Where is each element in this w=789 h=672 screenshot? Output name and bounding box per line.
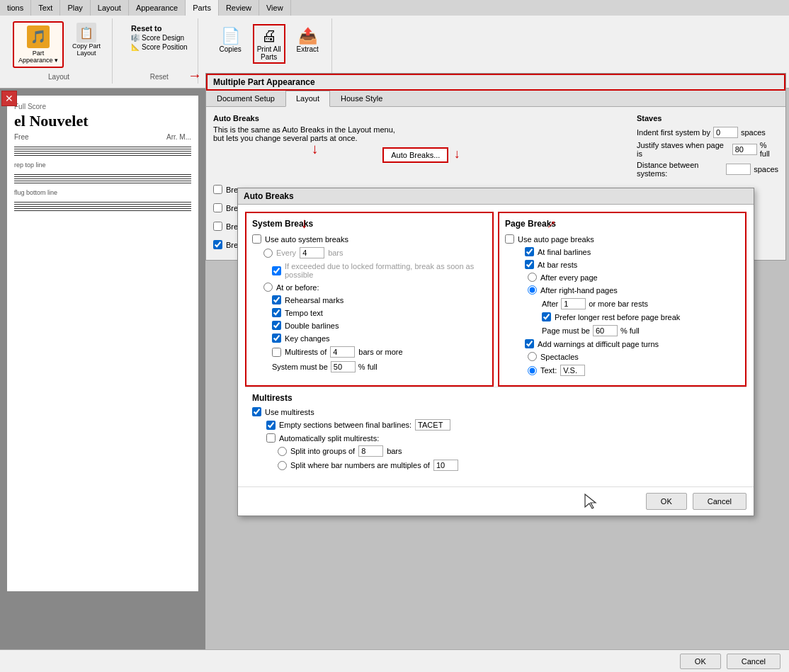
bre-cb-3[interactable] — [213, 222, 222, 231]
copies-icon: 📄 — [221, 27, 240, 45]
tab-view[interactable]: View — [259, 0, 291, 16]
tab-review[interactable]: Review — [219, 0, 259, 16]
tab-layout[interactable]: Layout — [91, 0, 129, 16]
auto-breaks-header: Auto Breaks — [213, 114, 630, 123]
if-exceeded-label: If exceeded due to locked formatting, br… — [285, 262, 487, 279]
empty-sections-input[interactable] — [415, 419, 450, 431]
split-into-groups-input[interactable] — [358, 445, 383, 457]
bre-cb-4[interactable] — [213, 240, 222, 249]
ok-button[interactable]: OK — [646, 493, 687, 510]
text-vs-input[interactable] — [560, 365, 585, 376]
auto-breaks-dialog: Auto Breaks System Breaks Use auto syste… — [237, 188, 754, 516]
tempo-text-row: Tempo text — [252, 308, 487, 317]
page-must-be-row: Page must be % full — [505, 325, 739, 336]
staves-row-justify: Justify staves when page is % full — [637, 141, 778, 158]
at-or-before-radio[interactable] — [263, 283, 273, 292]
split-where-input[interactable] — [433, 460, 458, 471]
reset-score-design[interactable]: 🎼 Score Design — [131, 34, 187, 42]
score-arr-label: Arr. M... — [166, 133, 191, 141]
text-vs-label: Text: — [540, 366, 557, 375]
spectacles-radio[interactable] — [528, 352, 537, 361]
distance-label: Distance between systems: — [637, 161, 723, 178]
use-multirests-cb[interactable] — [252, 407, 261, 416]
distance-input[interactable] — [726, 164, 751, 175]
distance-unit: spaces — [754, 165, 778, 173]
extract-button[interactable]: 📤 Extract — [291, 24, 324, 56]
tab-document-setup[interactable]: Document Setup — [206, 91, 285, 106]
add-warnings-cb[interactable] — [525, 339, 534, 348]
bottom-ok-button[interactable]: OK — [680, 654, 721, 669]
copy-part-layout-button[interactable]: 📋 Copy PartLayout — [68, 21, 105, 58]
reset-score-position-label: Score Position — [142, 43, 187, 51]
tempo-text-cb[interactable] — [272, 308, 281, 317]
at-final-barlines-cb[interactable] — [525, 247, 534, 256]
tab-text[interactable]: Text — [31, 0, 60, 16]
at-bar-rests-cb[interactable] — [525, 260, 534, 269]
if-exceeded-cb[interactable] — [272, 266, 281, 275]
copy-part-icon: 📋 — [76, 23, 96, 42]
tab-parts[interactable]: Parts — [186, 0, 219, 16]
split-into-groups-radio[interactable] — [278, 447, 287, 456]
bre-cb-2[interactable] — [213, 203, 222, 212]
use-auto-system-breaks-row: Use auto system breaks — [252, 234, 487, 244]
part-appearance-button[interactable]: 🎵 PartAppearance ▾ — [13, 21, 64, 68]
score-area: Full Score el Nouvelet Free Arr. M... re… — [0, 89, 205, 672]
text-vs-radio[interactable] — [528, 366, 537, 375]
after-every-page-radio[interactable] — [528, 273, 537, 282]
split-where-row: Split where bar numbers are multiples of — [252, 460, 739, 471]
bottom-cancel-button[interactable]: Cancel — [727, 654, 781, 669]
tab-play[interactable]: Play — [60, 0, 90, 16]
split-into-groups-unit: bars — [387, 447, 402, 455]
every-value-input[interactable] — [300, 247, 324, 258]
multirests-of-unit: bars or more — [358, 348, 402, 356]
every-radio[interactable] — [263, 249, 273, 258]
music-staff: rep top line flug bottom line — [14, 147, 191, 211]
key-changes-cb[interactable] — [272, 334, 281, 343]
tab-tions[interactable]: tions — [0, 0, 31, 16]
double-barlines-cb[interactable] — [272, 321, 281, 330]
indent-input[interactable] — [713, 127, 738, 138]
multirests-section: Multirests Use multirests Empty sections… — [245, 387, 747, 479]
use-auto-page-breaks-cb[interactable] — [505, 234, 514, 244]
cancel-button[interactable]: Cancel — [693, 493, 747, 510]
multirests-of-cb[interactable] — [272, 348, 281, 357]
tempo-text-label: Tempo text — [285, 309, 323, 317]
auto-breaks-button[interactable]: Auto Breaks... — [382, 147, 448, 163]
at-bar-rests-row: At bar rests — [505, 260, 739, 269]
staves-row-distance: Distance between systems: spaces — [637, 161, 778, 178]
system-must-be-input[interactable] — [331, 361, 356, 372]
auto-split-cb[interactable] — [266, 433, 276, 443]
part-appearance-label: PartAppearance ▾ — [18, 50, 58, 64]
split-where-radio[interactable] — [278, 461, 287, 470]
tab-appearance[interactable]: Appearance — [129, 0, 186, 16]
close-button[interactable]: ✕ — [1, 91, 17, 106]
mpa-left: Auto Breaks This is the same as Auto Bre… — [213, 114, 630, 181]
use-auto-system-breaks-label: Use auto system breaks — [265, 235, 348, 244]
reset-score-position[interactable]: 📐 Score Position — [131, 43, 187, 51]
justify-input[interactable] — [732, 144, 757, 155]
score-annotation-bottom: flug bottom line — [14, 189, 191, 196]
at-or-before-label: At or before: — [276, 283, 319, 292]
copies-button[interactable]: 📄 Copies — [214, 24, 247, 56]
use-auto-system-breaks-cb[interactable] — [252, 234, 261, 244]
after-every-page-row: After every page — [505, 273, 739, 282]
multirests-of-row: Multirests of bars or more — [252, 346, 487, 358]
after-bar-rests-row: After or more bar rests — [505, 298, 739, 309]
at-final-barlines-label: At final barlines — [538, 248, 591, 256]
after-right-hand-radio[interactable] — [528, 285, 537, 295]
tab-layout[interactable]: Layout — [285, 91, 330, 107]
bre-cb-1[interactable] — [213, 185, 222, 194]
system-breaks-col: System Breaks Use auto system breaks Eve… — [245, 212, 494, 387]
ribbon-group-part-appearance: 🎵 PartAppearance ▾ 📋 Copy PartLayout Lay… — [6, 18, 113, 84]
prefer-longer-rest-cb[interactable] — [542, 312, 551, 321]
prefer-longer-rest-label: Prefer longer rest before page break — [555, 313, 680, 321]
tab-house-style[interactable]: House Style — [330, 91, 393, 106]
multirests-of-value[interactable] — [330, 346, 355, 358]
empty-sections-cb[interactable] — [266, 421, 276, 430]
print-all-button[interactable]: 🖨 Print AllParts — [253, 24, 285, 64]
reset-group-label: Reset — [150, 70, 169, 81]
page-must-be-input[interactable] — [593, 325, 618, 336]
after-value-input[interactable] — [561, 298, 586, 309]
at-final-barlines-row: At final barlines — [505, 247, 739, 256]
rehearsal-marks-cb[interactable] — [272, 295, 281, 304]
